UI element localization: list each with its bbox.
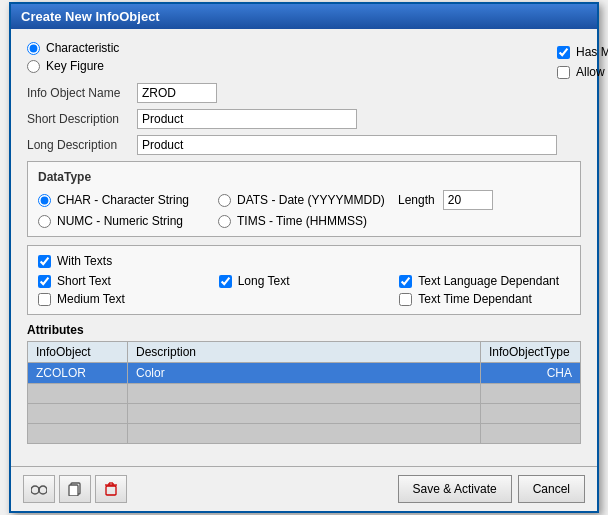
length-input[interactable] <box>443 190 493 210</box>
allow-lower-case-row: Allow Lower Case Characters <box>557 65 608 79</box>
svg-rect-5 <box>69 485 78 496</box>
table-body: ZCOLOR Color CHA <box>28 363 581 444</box>
dialog: Create New InfoObject Characteristic Key… <box>9 2 599 513</box>
empty-cell <box>128 404 481 424</box>
top-area: Characteristic Key Figure Info Object Na… <box>27 41 581 161</box>
has-master-data-label[interactable]: Has Master Data <box>576 45 608 59</box>
short-description-input[interactable] <box>137 109 357 129</box>
short-text-label[interactable]: Short Text <box>57 274 111 288</box>
numc-radio-row: NUMC - Numeric String <box>38 214 210 228</box>
empty-cell <box>481 424 581 444</box>
long-text-row: Long Text <box>219 274 390 288</box>
text-language-row: Text Language Dependant <box>399 274 570 288</box>
icon-button-3[interactable] <box>95 475 127 503</box>
table-header: InfoObject Description InfoObjectType <box>28 342 581 363</box>
dats-radio[interactable] <box>218 194 231 207</box>
text-time-label[interactable]: Text Time Dependant <box>418 292 531 306</box>
cancel-button[interactable]: Cancel <box>518 475 585 503</box>
table-row-empty-2 <box>28 404 581 424</box>
tims-label[interactable]: TIMS - Time (HHMMSS) <box>237 214 367 228</box>
svg-point-1 <box>39 486 47 494</box>
icon-button-1[interactable] <box>23 475 55 503</box>
text-language-checkbox[interactable] <box>399 275 412 288</box>
medium-text-checkbox[interactable] <box>38 293 51 306</box>
has-master-data-checkbox[interactable] <box>557 46 570 59</box>
length-row: Length <box>398 190 570 210</box>
top-right-checkboxes: Has Master Data Allow Lower Case Charact… <box>557 41 608 161</box>
cell-type: CHA <box>481 363 581 384</box>
char-label[interactable]: CHAR - Character String <box>57 193 189 207</box>
type-radio-group: Characteristic Key Figure <box>27 41 557 73</box>
characteristic-radio[interactable] <box>27 42 40 55</box>
text-time-checkbox[interactable] <box>399 293 412 306</box>
tims-radio-row: TIMS - Time (HHMMSS) <box>218 214 390 228</box>
info-object-name-row: Info Object Name <box>27 83 557 103</box>
has-master-data-row: Has Master Data <box>557 45 608 59</box>
attributes-table: InfoObject Description InfoObjectType ZC… <box>27 341 581 444</box>
short-description-label: Short Description <box>27 112 137 126</box>
svg-point-0 <box>31 486 39 494</box>
length-label: Length <box>398 193 435 207</box>
key-figure-label[interactable]: Key Figure <box>46 59 104 73</box>
allow-lower-case-label[interactable]: Allow Lower Case Characters <box>576 65 608 79</box>
short-text-row: Short Text <box>38 274 209 288</box>
with-texts-header: With Texts <box>38 254 570 268</box>
long-description-row: Long Description <box>27 135 557 155</box>
col-header-description: Description <box>128 342 481 363</box>
attributes-title: Attributes <box>27 323 581 337</box>
attributes-section: Attributes InfoObject Description InfoOb… <box>27 323 581 444</box>
key-figure-radio[interactable] <box>27 60 40 73</box>
characteristic-row: Characteristic <box>27 41 557 55</box>
allow-lower-case-checkbox[interactable] <box>557 66 570 79</box>
long-description-label: Long Description <box>27 138 137 152</box>
dialog-title: Create New InfoObject <box>21 9 160 24</box>
dats-radio-row: DATS - Date (YYYYMMDD) <box>218 193 390 207</box>
texts-section: With Texts Short Text Long Text Text Lan… <box>27 245 581 315</box>
char-radio[interactable] <box>38 194 51 207</box>
texts-grid: Short Text Long Text Text Language Depen… <box>38 274 570 306</box>
datatype-section: DataType CHAR - Character String DATS - … <box>27 161 581 237</box>
with-texts-checkbox[interactable] <box>38 255 51 268</box>
tims-radio[interactable] <box>218 215 231 228</box>
glasses-icon <box>31 482 47 496</box>
col-header-infoobjtype: InfoObjectType <box>481 342 581 363</box>
svg-rect-6 <box>106 486 116 495</box>
empty-cell <box>28 404 128 424</box>
info-object-name-input[interactable] <box>137 83 217 103</box>
long-description-input[interactable] <box>137 135 557 155</box>
table-row-empty-1 <box>28 384 581 404</box>
medium-text-label[interactable]: Medium Text <box>57 292 125 306</box>
char-radio-row: CHAR - Character String <box>38 193 210 207</box>
long-text-checkbox[interactable] <box>219 275 232 288</box>
icon-button-2[interactable] <box>59 475 91 503</box>
footer-bar: Save & Activate Cancel <box>11 466 597 511</box>
delete-icon <box>104 482 118 496</box>
col-header-infoobject: InfoObject <box>28 342 128 363</box>
table-row-empty-3 <box>28 424 581 444</box>
title-bar: Create New InfoObject <box>11 4 597 29</box>
dats-label[interactable]: DATS - Date (YYYYMMDD) <box>237 193 385 207</box>
numc-radio[interactable] <box>38 215 51 228</box>
empty-cell <box>481 384 581 404</box>
short-description-row: Short Description <box>27 109 557 129</box>
top-left: Characteristic Key Figure Info Object Na… <box>27 41 557 161</box>
datatype-title: DataType <box>38 170 570 184</box>
empty-cell <box>28 384 128 404</box>
save-activate-button[interactable]: Save & Activate <box>398 475 512 503</box>
characteristic-label[interactable]: Characteristic <box>46 41 119 55</box>
with-texts-label[interactable]: With Texts <box>57 254 112 268</box>
numc-label[interactable]: NUMC - Numeric String <box>57 214 183 228</box>
cell-infoobject: ZCOLOR <box>28 363 128 384</box>
long-text-label[interactable]: Long Text <box>238 274 290 288</box>
info-object-name-label: Info Object Name <box>27 86 137 100</box>
keyfigure-row: Key Figure <box>27 59 557 73</box>
empty-cell <box>28 424 128 444</box>
footer-left-buttons <box>23 475 127 503</box>
text-language-label[interactable]: Text Language Dependant <box>418 274 559 288</box>
medium-text-row: Medium Text <box>38 292 209 306</box>
copy-icon <box>68 482 82 496</box>
text-time-row: Text Time Dependant <box>399 292 570 306</box>
cell-description: Color <box>128 363 481 384</box>
table-row[interactable]: ZCOLOR Color CHA <box>28 363 581 384</box>
short-text-checkbox[interactable] <box>38 275 51 288</box>
